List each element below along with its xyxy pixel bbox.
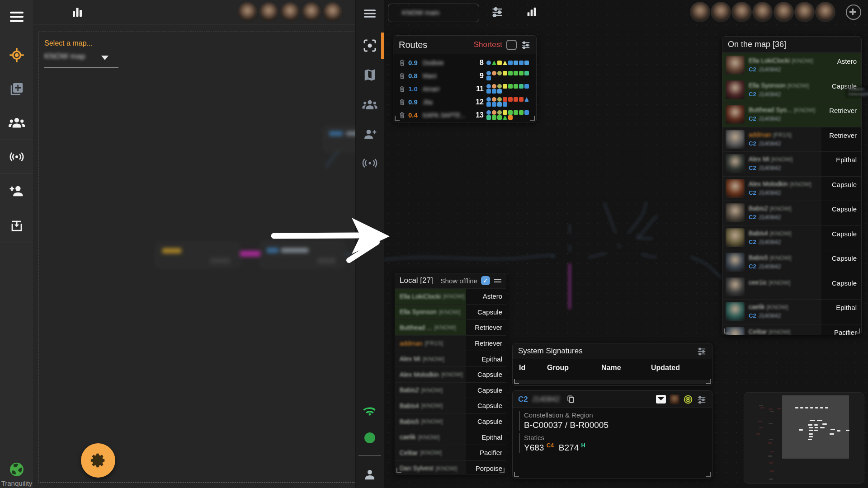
signal-broadcast-button[interactable] [356, 150, 384, 176]
map-view-button[interactable] [356, 62, 384, 88]
local-pilot-row[interactable]: Dan Sylvest[KNOW] Porpoise [395, 460, 506, 474]
user-avatar[interactable] [690, 2, 710, 22]
user-avatar[interactable] [794, 2, 815, 22]
on-the-map-header[interactable]: On the map [36] [722, 37, 861, 53]
delete-route-icon[interactable] [399, 111, 406, 119]
save-map-button[interactable] [0, 209, 33, 243]
route-security: 0.4 [408, 111, 420, 119]
show-offline-checkbox[interactable]: ✓ [481, 276, 490, 285]
shortest-checkbox[interactable] [506, 40, 517, 50]
user-avatar[interactable] [774, 2, 794, 22]
col-name[interactable]: Name [601, 364, 621, 372]
signatures-scrollbar[interactable] [514, 380, 710, 384]
add-character-icon[interactable] [846, 5, 861, 20]
pilots-view-button[interactable] [356, 92, 384, 117]
map-pilot-row[interactable]: caelik [KNOW] C2J140842 Epithal [722, 299, 861, 324]
pilot-name: Babis2 [400, 386, 419, 394]
map-menu-button[interactable] [356, 1, 384, 26]
pilot-mini-avatar[interactable] [670, 394, 679, 404]
local-pilot-row[interactable]: Babis5[KNOW] Capsule [395, 413, 506, 429]
col-updated[interactable]: Updated [651, 364, 680, 372]
map-pilot-row[interactable]: Alex Molodkin [KNOW] C2J140842 Capsule [722, 176, 861, 201]
local-pilot-row[interactable]: addman[FR1S] Retriever [395, 335, 506, 351]
map-pilot-row[interactable]: Ella LokiClocki [KNOW] C2J140842 Astero [722, 53, 861, 78]
system-settings-icon[interactable] [697, 394, 707, 404]
route-chip [503, 71, 507, 75]
map-name-input[interactable]: KNOW main [388, 4, 479, 22]
delete-route-icon[interactable] [399, 98, 406, 106]
local-pilot-row[interactable]: Ella Syonson[KNOW] Capsule [395, 304, 506, 320]
map-pilot-row[interactable]: Butthead Syo... [KNOW] C2J140842 Retriev… [722, 102, 861, 127]
col-id[interactable]: Id [519, 364, 525, 372]
local-pilot-row[interactable]: Celitar[KNOW] Pacifier [395, 445, 506, 460]
delete-route-icon[interactable] [399, 85, 406, 93]
signatures-header[interactable]: System Signatures [513, 343, 712, 359]
route-system-chips [486, 61, 533, 65]
route-chip [497, 84, 502, 89]
dropdown-underline [44, 67, 118, 68]
broadcast-button[interactable] [0, 140, 33, 174]
map-pilot-row[interactable]: Alex Mi [KNOW] C2J140842 Epithal [722, 151, 861, 176]
activity-chart-icon[interactable] [525, 5, 538, 18]
route-row[interactable]: 1.0 Amarr 11 [393, 82, 536, 95]
local-header[interactable]: Local [27] Show offline ✓ [395, 273, 506, 288]
signatures-settings-icon[interactable] [697, 346, 707, 356]
pilot-name: caelik [749, 303, 765, 310]
route-row[interactable]: 0.9 Dodixie 8 [393, 56, 536, 69]
local-pilot-row[interactable]: Ella LokiClocki[KNOW] Astero [395, 288, 506, 304]
local-pilot-row[interactable]: Babis4[KNOW] Capsule [395, 398, 506, 413]
system-info-header[interactable]: C2 J140842 [513, 391, 712, 408]
target-bullseye-icon[interactable] [683, 394, 693, 404]
copy-icon[interactable] [566, 395, 575, 404]
pilot-name: Alex Mi [400, 355, 420, 362]
pilot-corp-tag: [KNOW] [418, 434, 440, 441]
map-pilot-row[interactable]: Babis4 [KNOW] C2J140842 Capsule [722, 225, 861, 250]
local-pilot-row[interactable]: Babis2[KNOW] Capsule [395, 382, 506, 398]
pilot-name: Babis5 [749, 254, 768, 261]
static-class: C4 [547, 442, 554, 449]
route-chip [486, 110, 491, 115]
delete-route-icon[interactable] [399, 59, 406, 66]
routes-header[interactable]: Routes Shortest [393, 36, 536, 54]
route-row[interactable]: 0.8 Mani 9 [393, 69, 536, 82]
character-button[interactable] [356, 462, 384, 487]
map-pilot-row[interactable]: Celitar [KNOW] Pacifier [722, 324, 861, 336]
route-row[interactable]: 0.4 КАРА ЗАРТЕ... 13 [393, 108, 536, 122]
user-avatar[interactable] [752, 2, 773, 22]
user-avatar[interactable] [711, 2, 731, 22]
route-row[interactable]: 0.9 Jita 12 [393, 95, 536, 108]
add-member-button[interactable] [0, 174, 33, 208]
add-pilot-button[interactable] [356, 122, 384, 147]
user-avatar[interactable] [731, 2, 752, 22]
routes-list: 0.9 Dodixie 8 0.8 Mani 9 1.0 Amarr 11 0.… [393, 54, 536, 122]
map-pilot-row[interactable]: Ella Syonson [KNOW] C2J140842 Capsule [722, 78, 861, 103]
show-offline-label: Show offline [441, 277, 477, 285]
routes-settings-icon[interactable] [521, 40, 531, 50]
focus-current-system-button[interactable] [356, 33, 384, 58]
add-map-button[interactable] [0, 72, 33, 106]
main-menu-button[interactable] [0, 0, 33, 33]
filter-settings-icon[interactable] [491, 6, 504, 19]
minimap-panel[interactable] [744, 392, 864, 484]
local-menu-icon[interactable] [494, 277, 501, 284]
local-pilot-row[interactable]: Alex Molodkin[KNOW] Capsule [395, 366, 506, 382]
map-pilot-row[interactable]: cee1ic [KNOW] Capsule [722, 275, 861, 300]
local-pilot-row[interactable]: caelik[KNOW] Epithal [395, 429, 506, 445]
pilot-name: Alex Molodkin [400, 371, 439, 378]
delete-route-icon[interactable] [399, 72, 406, 80]
local-pilot-row[interactable]: Butthead ...[KNOW] Retriever [395, 319, 506, 335]
chevron-down-icon[interactable] [101, 56, 108, 60]
map-settings-fab[interactable] [81, 443, 115, 478]
map-pilot-row[interactable]: addman [FR1S] C2J140842 Retriever [722, 127, 861, 152]
system-class-badge: C2 [749, 312, 756, 319]
constellation-region-section: Constellation & Region B-C00037 / B-R000… [519, 411, 712, 431]
user-avatar[interactable] [815, 2, 835, 22]
map-pilot-row[interactable]: Babis5 [KNOW] C2J140842 Capsule [722, 250, 861, 275]
filter-funnel-icon[interactable] [656, 395, 666, 404]
local-pilot-row[interactable]: Alex Mi[KNOW] Epithal [395, 351, 506, 366]
members-button[interactable] [0, 106, 33, 140]
map-pilot-row[interactable]: Babis2 [KNOW] C2J140842 Capsule [722, 201, 861, 225]
my-location-button[interactable] [0, 38, 33, 72]
col-group[interactable]: Group [547, 364, 569, 372]
pilot-name: Alex Molodkin [749, 180, 788, 188]
